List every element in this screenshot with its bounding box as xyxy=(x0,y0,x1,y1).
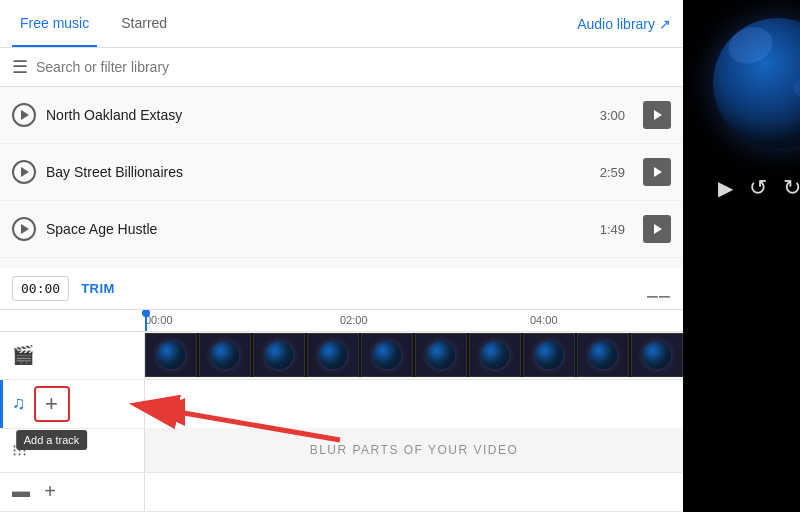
film-frame xyxy=(361,333,413,377)
play-button-1[interactable] xyxy=(12,103,36,127)
play-arrow-icon xyxy=(654,167,662,177)
film-frame xyxy=(415,333,467,377)
play-icon xyxy=(21,110,29,120)
film-frame xyxy=(523,333,575,377)
video-preview-panel: ▶ ↺ ↻ 🔊 xyxy=(683,0,800,512)
filter-icon: ☰ xyxy=(12,56,28,78)
subtitle-row-icon-area: ▬ + xyxy=(0,473,145,511)
globe-container xyxy=(713,18,800,148)
tab-starred[interactable]: Starred xyxy=(113,1,175,47)
audio-library-link[interactable]: Audio library ↗ xyxy=(577,16,671,32)
music-duration-2: 2:59 xyxy=(600,165,625,180)
film-frame xyxy=(469,333,521,377)
music-duration-3: 1:49 xyxy=(600,222,625,237)
film-frame xyxy=(307,333,359,377)
music-list: North Oakland Extasy 3:00 Bay Street Bil… xyxy=(0,87,683,268)
video-timeline-row: 🎬 xyxy=(0,332,683,381)
list-item[interactable]: Space Age Hustle 1:49 xyxy=(0,201,683,258)
search-input[interactable] xyxy=(36,59,671,75)
video-screen xyxy=(683,0,800,165)
rewind-video-button[interactable]: ↺ xyxy=(749,175,767,201)
forward-video-button[interactable]: ↻ xyxy=(783,175,801,201)
film-frame xyxy=(199,333,251,377)
music-title-2: Bay Street Billionaires xyxy=(46,164,590,180)
list-item[interactable]: North Oakland Extasy 3:00 xyxy=(0,87,683,144)
music-duration-1: 3:00 xyxy=(600,108,625,123)
music-play-btn-1[interactable] xyxy=(643,101,671,129)
music-title-1: North Oakland Extasy xyxy=(46,107,590,123)
music-play-btn-2[interactable] xyxy=(643,158,671,186)
music-note-icon: ♫ xyxy=(12,393,26,414)
subtitle-icon: ▬ xyxy=(12,481,30,502)
blur-row: BLUR PARTS OF YOUR VIDEO xyxy=(145,428,683,472)
music-timeline-row: ♫ Add a track xyxy=(0,380,683,429)
play-arrow-icon xyxy=(654,224,662,234)
film-frame xyxy=(577,333,629,377)
play-icon xyxy=(21,224,29,234)
filmstrip-area xyxy=(145,333,683,377)
music-row-icon-area: ♫ Add a track xyxy=(0,380,145,428)
film-frame xyxy=(253,333,305,377)
play-button-2[interactable] xyxy=(12,160,36,184)
add-subtitle-button[interactable]: + xyxy=(38,480,62,504)
music-play-btn-3[interactable] xyxy=(643,215,671,243)
video-controls: ▶ ↺ ↻ 🔊 xyxy=(683,165,800,211)
add-track-tooltip: Add a track xyxy=(16,430,88,450)
ruler-mark-0: 00:00 xyxy=(145,314,173,326)
trim-button[interactable]: TRIM xyxy=(81,281,115,296)
earth-globe xyxy=(713,18,800,148)
film-frame xyxy=(631,333,683,377)
menu-icon[interactable]: ⎯⎯ xyxy=(647,278,671,299)
play-video-button[interactable]: ▶ xyxy=(718,176,733,200)
play-button-3[interactable] xyxy=(12,217,36,241)
video-camera-icon: 🎬 xyxy=(12,344,34,366)
timeline-ruler: 00:00 02:00 04:00 xyxy=(0,310,683,332)
search-bar: ☰ xyxy=(0,48,683,87)
external-link-icon: ↗ xyxy=(659,16,671,32)
ruler-mark-1: 02:00 xyxy=(340,314,368,326)
list-item[interactable] xyxy=(0,258,683,268)
music-title-3: Space Age Hustle xyxy=(46,221,590,237)
tabs-bar: Free music Starred Audio library ↗ xyxy=(0,0,683,48)
play-icon xyxy=(21,167,29,177)
add-track-button[interactable] xyxy=(34,386,70,422)
tab-free-music[interactable]: Free music xyxy=(12,1,97,47)
subtitle-timeline-row: ▬ + xyxy=(0,473,683,512)
list-item[interactable]: Bay Street Billionaires 2:59 xyxy=(0,144,683,201)
film-frame xyxy=(145,333,197,377)
video-row-icon-area: 🎬 xyxy=(0,332,145,380)
play-arrow-icon xyxy=(654,110,662,120)
ruler-mark-2: 04:00 xyxy=(530,314,558,326)
blur-label: BLUR PARTS OF YOUR VIDEO xyxy=(310,443,519,457)
timeline-rows: 🎬 xyxy=(0,332,683,513)
time-display: 00:00 xyxy=(12,276,69,301)
timeline-toolbar: 00:00 TRIM ⎯⎯ xyxy=(0,268,683,310)
filmstrip xyxy=(145,333,683,377)
blur-timeline-row: ⁝⁝⁝ BLUR PARTS OF YOUR VIDEO xyxy=(0,429,683,473)
music-row-content xyxy=(145,380,683,428)
